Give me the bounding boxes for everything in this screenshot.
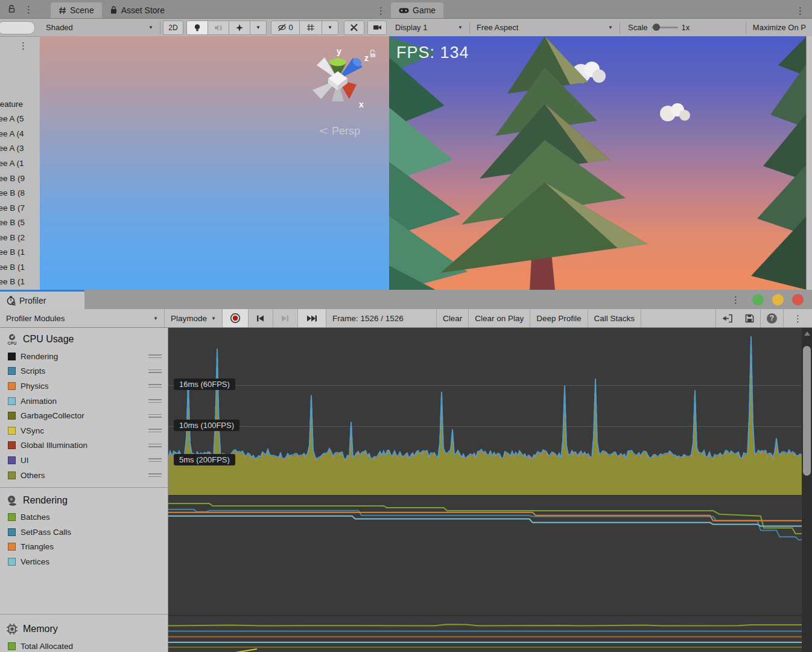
- call-stacks-button[interactable]: Call Stacks: [588, 309, 642, 327]
- hierarchy-item[interactable]: ree A (4: [0, 126, 40, 141]
- scene-camera-button[interactable]: [367, 21, 387, 35]
- legend-item[interactable]: GarbageCollector: [0, 408, 168, 423]
- legend-swatch[interactable]: [8, 367, 16, 375]
- audio-toggle-button[interactable]: [208, 21, 229, 35]
- module-header-cpu[interactable]: CPU CPU Usage: [0, 328, 168, 349]
- legend-swatch[interactable]: [8, 558, 16, 566]
- hierarchy-item[interactable]: ree B (1: [0, 275, 40, 290]
- scene-viewport[interactable]: y z x < Persp: [40, 36, 389, 290]
- tab-scene[interactable]: Scene: [51, 2, 102, 18]
- grid-visibility-button[interactable]: [299, 21, 322, 35]
- scale-slider[interactable]: Scale 1x: [623, 23, 694, 32]
- hierarchy-item[interactable]: ree B (5: [0, 215, 40, 230]
- legend-item[interactable]: UI: [0, 453, 168, 468]
- hierarchy-item[interactable]: ree B (2: [0, 230, 40, 245]
- tab-asset-store[interactable]: Asset Store: [102, 2, 173, 18]
- drag-handle-icon[interactable]: [148, 369, 162, 373]
- scene-panel-menu-icon[interactable]: ⋮: [373, 6, 389, 15]
- game-panel-menu-icon[interactable]: ⋮: [792, 6, 808, 15]
- hidden-objects-button[interactable]: 0: [271, 21, 300, 35]
- window-button-green[interactable]: [752, 294, 764, 305]
- display-dropdown[interactable]: Display 1 ▼: [392, 21, 466, 35]
- module-header-rendering[interactable]: Rendering: [0, 488, 168, 510]
- drag-handle-icon[interactable]: [148, 399, 162, 403]
- hierarchy-item[interactable]: ree B (7: [0, 200, 40, 216]
- legend-swatch[interactable]: [8, 543, 16, 551]
- hierarchy-item[interactable]: ree A (1: [0, 156, 40, 171]
- drag-handle-icon[interactable]: [148, 473, 162, 477]
- search-input[interactable]: [0, 21, 35, 34]
- legend-swatch[interactable]: [8, 528, 16, 536]
- help-button[interactable]: ?: [761, 309, 784, 327]
- scale-slider-track[interactable]: [652, 27, 678, 28]
- 2d-toggle-button[interactable]: 2D: [163, 21, 183, 35]
- profiler-modules-dropdown[interactable]: Profiler Modules ▼: [0, 309, 165, 327]
- legend-item[interactable]: Others: [0, 468, 168, 483]
- load-profile-button[interactable]: [715, 309, 739, 327]
- rendering-chart[interactable]: [168, 495, 802, 615]
- window-button-yellow[interactable]: [772, 294, 784, 305]
- hierarchy-item[interactable]: lfeature: [0, 97, 40, 112]
- legend-swatch[interactable]: [8, 513, 16, 521]
- deep-profile-button[interactable]: Deep Profile: [530, 309, 588, 327]
- legend-item[interactable]: Scripts: [0, 364, 168, 379]
- save-profile-button[interactable]: [739, 309, 761, 327]
- legend-swatch[interactable]: [8, 427, 16, 435]
- hierarchy-item[interactable]: ree B (8: [0, 185, 40, 200]
- hierarchy-item[interactable]: ree B (1: [0, 260, 40, 275]
- maximize-on-play-button[interactable]: Maximize On P: [749, 21, 810, 35]
- hierarchy-item[interactable]: ree A (3: [0, 141, 40, 156]
- tab-profiler[interactable]: Profiler: [0, 290, 84, 309]
- grid-dropdown-button[interactable]: ▼: [322, 21, 338, 35]
- drag-handle-icon[interactable]: [148, 414, 162, 418]
- drag-handle-icon[interactable]: [148, 354, 162, 358]
- clear-on-play-button[interactable]: Clear on Play: [469, 309, 530, 327]
- orientation-gizmo[interactable]: y z x: [305, 47, 371, 115]
- legend-swatch[interactable]: [8, 471, 16, 479]
- record-button[interactable]: [223, 309, 249, 327]
- legend-swatch[interactable]: [8, 353, 16, 360]
- panel-menu-icon[interactable]: ⋮: [21, 5, 37, 14]
- toolbar-menu[interactable]: ⋮: [784, 309, 812, 327]
- legend-swatch[interactable]: [8, 412, 16, 420]
- shading-mode-dropdown[interactable]: Shaded ▼: [42, 21, 157, 35]
- prev-frame-button[interactable]: [249, 309, 273, 327]
- cpu-usage-chart[interactable]: 16ms (60FPS)10ms (100FPS)5ms (200FPS): [168, 328, 802, 495]
- legend-swatch[interactable]: [8, 642, 16, 650]
- game-viewport[interactable]: FPS: 134: [389, 36, 812, 290]
- legend-swatch[interactable]: [8, 441, 16, 449]
- projection-label[interactable]: < Persp: [320, 125, 360, 138]
- effects-dropdown-button[interactable]: ▼: [250, 21, 267, 35]
- legend-item[interactable]: Animation: [0, 394, 168, 409]
- scale-slider-knob[interactable]: [653, 24, 660, 31]
- hierarchy-item[interactable]: ree B (1: [0, 245, 40, 260]
- hierarchy-item[interactable]: ree B (9: [0, 171, 40, 186]
- lighting-toggle-button[interactable]: [186, 21, 208, 35]
- window-button-red[interactable]: [792, 294, 804, 305]
- legend-item[interactable]: Triangles: [0, 540, 168, 555]
- tab-game[interactable]: Game: [391, 2, 443, 18]
- memory-chart[interactable]: [168, 615, 802, 652]
- drag-handle-icon[interactable]: [148, 444, 162, 447]
- component-tools-button[interactable]: [344, 21, 364, 35]
- drag-handle-icon[interactable]: [148, 458, 162, 462]
- legend-swatch[interactable]: [8, 382, 16, 390]
- aspect-dropdown[interactable]: Free Aspect ▼: [473, 21, 617, 35]
- legend-swatch[interactable]: [8, 456, 16, 464]
- panel-menu-icon[interactable]: ⋮: [15, 41, 31, 50]
- drag-handle-icon[interactable]: [148, 429, 162, 432]
- clear-button[interactable]: Clear: [437, 309, 469, 327]
- next-frame-button[interactable]: [273, 309, 298, 327]
- legend-item[interactable]: Vertices: [0, 554, 168, 569]
- vertical-scrollbar[interactable]: [802, 328, 812, 652]
- drag-handle-icon[interactable]: [148, 384, 162, 388]
- legend-item[interactable]: Batches: [0, 510, 168, 525]
- legend-swatch[interactable]: [8, 397, 16, 405]
- module-header-memory[interactable]: Memory: [0, 615, 168, 639]
- legend-item[interactable]: VSync: [0, 423, 168, 438]
- last-frame-button[interactable]: [298, 309, 326, 327]
- unlock-icon[interactable]: [8, 5, 16, 13]
- legend-item[interactable]: Global Illumination: [0, 438, 168, 453]
- legend-item[interactable]: SetPass Calls: [0, 525, 168, 540]
- legend-item[interactable]: Rendering: [0, 349, 168, 364]
